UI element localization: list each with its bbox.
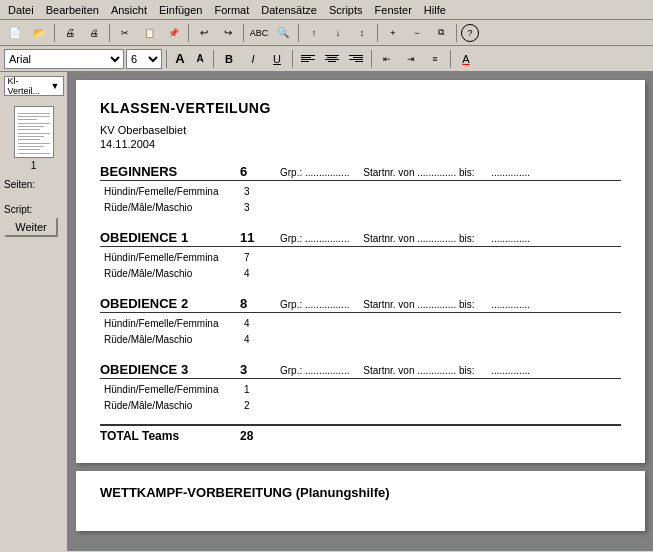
menu-fenster[interactable]: Fenster xyxy=(369,2,418,18)
menu-bearbeiten[interactable]: Bearbeiten xyxy=(40,2,105,18)
section-obedience3-count: 3 xyxy=(240,362,270,377)
beginners-row-1: Hündin/Femelle/Femmina 3 xyxy=(104,184,621,200)
section-obedience3: OBEDIENCE 3 3 Grp.: ................ Sta… xyxy=(100,362,621,414)
menu-format[interactable]: Format xyxy=(208,2,255,18)
dup-rec-btn[interactable]: ⧉ xyxy=(430,23,452,43)
section-obedience2-grp: Grp.: ................ Startnr. von ....… xyxy=(280,299,530,310)
obedience2-row-1: Hündin/Femelle/Femmina 4 xyxy=(104,316,621,332)
page-title: KLASSEN-VERTEILUNG xyxy=(100,100,621,116)
copy-btn[interactable]: 📋 xyxy=(138,23,160,43)
page-thumbnail[interactable] xyxy=(14,106,54,158)
del-rec-btn[interactable]: − xyxy=(406,23,428,43)
size-increase-btn[interactable]: A xyxy=(171,49,189,69)
format-sep-3 xyxy=(292,50,293,68)
redo-btn[interactable]: ↪ xyxy=(217,23,239,43)
obedience1-row-1: Hündin/Femelle/Femmina 7 xyxy=(104,250,621,266)
section-beginners-header: BEGINNERS 6 Grp.: ................ Start… xyxy=(100,164,621,181)
obedience1-row-2: Rüde/Mâle/Maschio 4 xyxy=(104,266,621,282)
section-obedience1-title: OBEDIENCE 1 xyxy=(100,230,240,245)
new-btn[interactable]: 📄 xyxy=(4,23,26,43)
obedience3-row-2: Rüde/Mâle/Maschio 2 xyxy=(104,398,621,414)
open-btn[interactable]: 📂 xyxy=(28,23,50,43)
spell-btn[interactable]: ABC xyxy=(248,23,270,43)
main-area: Kl-Verteil... ▼ 1 Seiten xyxy=(0,72,653,551)
help-btn[interactable]: ? xyxy=(461,24,479,42)
paste-btn[interactable]: 📌 xyxy=(162,23,184,43)
sort-desc-btn[interactable]: ↓ xyxy=(327,23,349,43)
document-area: KLASSEN-VERTEILUNG KV Oberbaselbiet 14.1… xyxy=(68,72,653,551)
weiter-button[interactable]: Weiter xyxy=(4,217,58,237)
indent-left-btn[interactable]: ⇤ xyxy=(376,49,398,69)
section-obedience1-grp: Grp.: ................ Startnr. von ....… xyxy=(280,233,530,244)
toolbar-sep-1 xyxy=(54,24,55,42)
obedience2-row-2: Rüde/Mâle/Maschio 4 xyxy=(104,332,621,348)
font-select[interactable]: Arial xyxy=(4,49,124,69)
main-toolbar: 📄 📂 🖨 🖨 ✂ 📋 📌 ↩ ↪ ABC 🔍 ↑ ↓ ↕ + − ⧉ ? xyxy=(0,20,653,46)
page-2: WETTKAMPF-VORBEREITUNG (Planungshilfe) xyxy=(76,471,645,531)
align-center-btn[interactable] xyxy=(321,49,343,69)
section-obedience2: OBEDIENCE 2 8 Grp.: ................ Sta… xyxy=(100,296,621,348)
total-row: TOTAL Teams 28 xyxy=(100,424,621,443)
section-beginners-title: BEGINNERS xyxy=(100,164,240,179)
sort3-btn[interactable]: ↕ xyxy=(351,23,373,43)
size-select[interactable]: 6 8 10 12 xyxy=(126,49,162,69)
menu-scripts[interactable]: Scripts xyxy=(323,2,369,18)
indent-right-btn[interactable]: ⇥ xyxy=(400,49,422,69)
align-left-btn[interactable] xyxy=(297,49,319,69)
section-obedience2-count: 8 xyxy=(240,296,270,311)
format-toolbar: Arial 6 8 10 12 A A B I U xyxy=(0,46,653,72)
menu-datei[interactable]: Datei xyxy=(2,2,40,18)
section-obedience1: OBEDIENCE 1 11 Grp.: ................ St… xyxy=(100,230,621,282)
italic-btn[interactable]: I xyxy=(242,49,264,69)
page-number: 1 xyxy=(31,160,37,171)
cut-btn[interactable]: ✂ xyxy=(114,23,136,43)
toolbar-sep-7 xyxy=(456,24,457,42)
bold-btn[interactable]: B xyxy=(218,49,240,69)
section-obedience1-header: OBEDIENCE 1 11 Grp.: ................ St… xyxy=(100,230,621,247)
toolbar-sep-2 xyxy=(109,24,110,42)
section-beginners-grp: Grp.: ................ Startnr. von ....… xyxy=(280,167,530,178)
sort-asc-btn[interactable]: ↑ xyxy=(303,23,325,43)
align-right-btn[interactable] xyxy=(345,49,367,69)
date-text: 14.11.2004 xyxy=(100,138,621,150)
obedience3-row-1: Hündin/Femelle/Femmina 1 xyxy=(104,382,621,398)
size-decrease-btn[interactable]: A xyxy=(191,49,209,69)
text-color-btn[interactable]: A xyxy=(455,49,477,69)
format-sep-1 xyxy=(166,50,167,68)
section-obedience2-header: OBEDIENCE 2 8 Grp.: ................ Sta… xyxy=(100,296,621,313)
seiten-label: Seiten: xyxy=(4,179,63,190)
section-obedience2-title: OBEDIENCE 2 xyxy=(100,296,240,311)
line-spacing-btn[interactable]: ≡ xyxy=(424,49,446,69)
dropdown-arrow: ▼ xyxy=(51,81,60,91)
menu-einfuegen[interactable]: Einfügen xyxy=(153,2,208,18)
section-obedience3-header: OBEDIENCE 3 3 Grp.: ................ Sta… xyxy=(100,362,621,379)
section-obedience1-count: 11 xyxy=(240,230,270,245)
menu-hilfe[interactable]: Hilfe xyxy=(418,2,452,18)
page2-title: WETTKAMPF-VORBEREITUNG (Planungshilfe) xyxy=(100,485,621,500)
format-sep-5 xyxy=(450,50,451,68)
total-label: TOTAL Teams xyxy=(100,429,240,443)
toolbar-sep-4 xyxy=(243,24,244,42)
location-text: KV Oberbaselbiet xyxy=(100,124,621,136)
toolbar-sep-3 xyxy=(188,24,189,42)
toolbar-sep-5 xyxy=(298,24,299,42)
menu-datensaetze[interactable]: Datensätze xyxy=(255,2,323,18)
undo-btn[interactable]: ↩ xyxy=(193,23,215,43)
format-sep-2 xyxy=(213,50,214,68)
beginners-row-2: Rüde/Mâle/Maschio 3 xyxy=(104,200,621,216)
total-count: 28 xyxy=(240,429,253,443)
find-btn[interactable]: 🔍 xyxy=(272,23,294,43)
print-btn[interactable]: 🖨 xyxy=(59,23,81,43)
left-panel: Kl-Verteil... ▼ 1 Seiten xyxy=(0,72,68,551)
underline-btn[interactable]: U xyxy=(266,49,288,69)
menu-ansicht[interactable]: Ansicht xyxy=(105,2,153,18)
print2-btn[interactable]: 🖨 xyxy=(83,23,105,43)
section-beginners-count: 6 xyxy=(240,164,270,179)
format-sep-4 xyxy=(371,50,372,68)
layout-dropdown[interactable]: Kl-Verteil... ▼ xyxy=(4,76,64,96)
section-obedience3-title: OBEDIENCE 3 xyxy=(100,362,240,377)
new-rec-btn[interactable]: + xyxy=(382,23,404,43)
toolbar-sep-6 xyxy=(377,24,378,42)
menu-bar: Datei Bearbeiten Ansicht Einfügen Format… xyxy=(0,0,653,20)
script-label: Script: xyxy=(4,204,63,215)
